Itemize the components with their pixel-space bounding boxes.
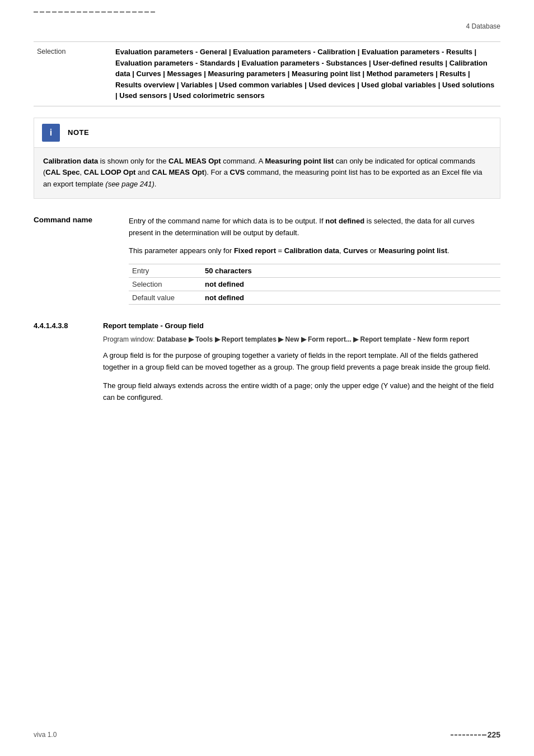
footer-version: viva 1.0 <box>34 731 57 739</box>
row-content: Evaluation parameters - General | Evalua… <box>112 42 500 106</box>
page-header: 4 Database <box>34 22 500 30</box>
page-footer: viva 1.0 225 <box>34 730 500 739</box>
entry-row: Entry 50 characters <box>129 264 500 278</box>
measuring-point-list-term: Measuring point list <box>265 157 334 165</box>
calibration-data-term: Calibration data <box>43 157 98 165</box>
selection-value: not defined <box>202 278 500 291</box>
note-content: Calibration data is shown only for the C… <box>34 148 500 198</box>
info-icon: i <box>42 124 60 142</box>
note-paragraph-1: Calibration data is shown only for the C… <box>43 156 491 190</box>
default-row: Default value not defined <box>129 291 500 305</box>
command-name-section: Command name Entry of the command name f… <box>34 216 500 305</box>
subsection-number: 4.4.1.4.3.8 <box>34 321 95 330</box>
command-name-body: Entry of the command name for which data… <box>129 216 500 305</box>
program-window-path-text: Database ▶ Tools ▶ Report templates ▶ Ne… <box>157 335 469 343</box>
not-defined-term: not defined <box>325 217 364 225</box>
selection-label: Selection <box>129 278 202 291</box>
program-window-label: Program window: <box>103 335 155 343</box>
header-chapter: 4 Database <box>466 22 500 30</box>
subsection-para1: A group field is for the purpose of grou… <box>103 350 500 374</box>
table-row: Selection Evaluation parameters - Genera… <box>34 42 500 106</box>
page-number: 225 <box>488 730 500 739</box>
command-detail-table: Entry 50 characters Selection not define… <box>129 264 500 305</box>
entry-value: 50 characters <box>202 264 500 278</box>
note-box: i NOTE Calibration data is shown only fo… <box>34 118 500 199</box>
cal-meas-opt-term2: CAL MEAS Opt <box>152 168 204 176</box>
program-window-path: Program window: Database ▶ Tools ▶ Repor… <box>103 335 500 343</box>
note-title: NOTE <box>68 128 89 137</box>
top-decoration <box>34 11 155 13</box>
see-page-ref: (see page 241) <box>105 180 154 188</box>
note-header: i NOTE <box>34 118 500 148</box>
cvs-term: CVS <box>230 168 245 176</box>
curves-term: Curves <box>343 246 368 255</box>
default-value: not defined <box>202 291 500 305</box>
default-label: Default value <box>129 291 202 305</box>
calibration-data-term2: Calibration data <box>284 246 339 255</box>
cal-spec-term: CAL Spec <box>45 168 79 176</box>
subsection-header: 4.4.1.4.3.8 Report template - Group fiel… <box>34 321 500 330</box>
selection-row: Selection not defined <box>129 278 500 291</box>
command-name-heading: Command name <box>34 216 129 305</box>
subsection-4-4-1-4-3-8: 4.4.1.4.3.8 Report template - Group fiel… <box>34 321 500 403</box>
cal-meas-opt-term: CAL MEAS Opt <box>168 157 221 165</box>
subsection-body: Program window: Database ▶ Tools ▶ Repor… <box>103 335 500 403</box>
fixed-report-term: Fixed report <box>234 246 276 255</box>
command-name-para2: This parameter appears only for Fixed re… <box>129 245 500 257</box>
selection-table: Selection Evaluation parameters - Genera… <box>34 41 500 106</box>
measuring-point-list-term2: Measuring point list <box>378 246 447 255</box>
subsection-para2: The group field always extends across th… <box>103 380 500 404</box>
page: 4 Database Selection Evaluation paramete… <box>0 0 534 756</box>
page-number-area: 225 <box>451 730 500 739</box>
cal-loop-opt-term: CAL LOOP Opt <box>84 168 136 176</box>
subsection-title: Report template - Group field <box>103 321 204 330</box>
command-name-para1: Entry of the command name for which data… <box>129 216 500 239</box>
entry-label: Entry <box>129 264 202 278</box>
row-label: Selection <box>34 42 112 106</box>
